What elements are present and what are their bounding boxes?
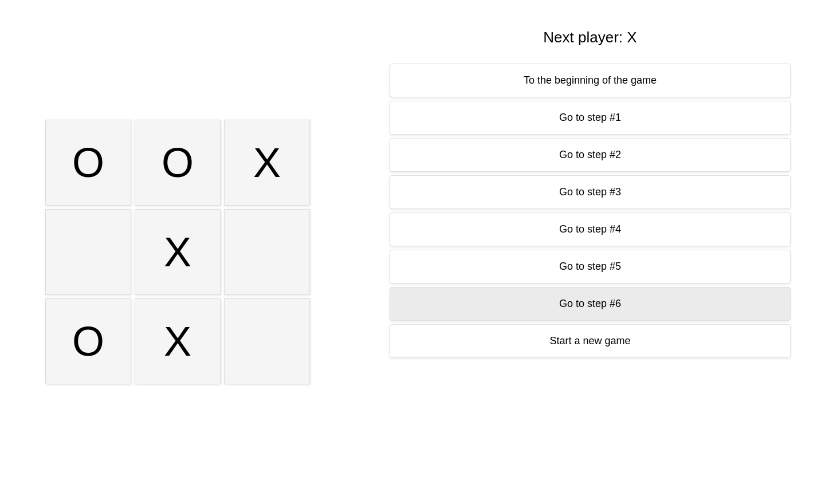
cell-1[interactable]: O (135, 120, 221, 206)
btn-step-6[interactable]: Go to step #6 (390, 287, 791, 321)
cell-6[interactable]: O (45, 298, 131, 384)
game-board-panel: OOXXOX (0, 0, 355, 504)
right-panel: Next player: X To the beginning of the g… (355, 0, 825, 504)
btn-step-1[interactable]: Go to step #1 (390, 101, 791, 135)
btn-step-2[interactable]: Go to step #2 (390, 138, 791, 172)
cell-5[interactable] (224, 209, 310, 295)
next-player-label: Next player: X (543, 29, 637, 46)
btn-new-game[interactable]: Start a new game (390, 324, 791, 358)
cell-8[interactable] (224, 298, 310, 384)
btn-step-4[interactable]: Go to step #4 (390, 212, 791, 246)
cell-0[interactable]: O (45, 120, 131, 206)
cell-4[interactable]: X (135, 209, 221, 295)
btn-step-5[interactable]: Go to step #5 (390, 250, 791, 284)
cell-2[interactable]: X (224, 120, 310, 206)
cell-7[interactable]: X (135, 298, 221, 384)
history-list: To the beginning of the gameGo to step #… (390, 64, 791, 358)
cell-3[interactable] (45, 209, 131, 295)
tic-tac-toe-board: OOXXOX (45, 120, 310, 384)
btn-beginning[interactable]: To the beginning of the game (390, 64, 791, 97)
btn-step-3[interactable]: Go to step #3 (390, 175, 791, 209)
